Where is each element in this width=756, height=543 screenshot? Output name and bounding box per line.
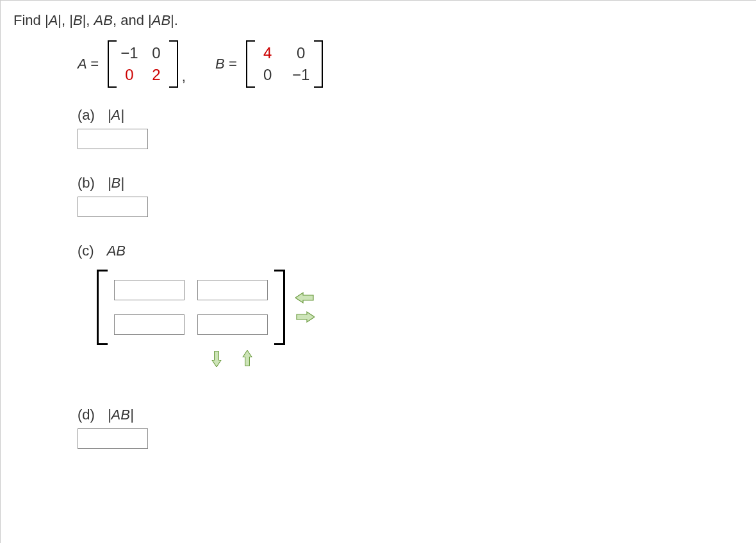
var-AB: AB <box>94 12 113 28</box>
cell-b11: 4 <box>259 44 277 62</box>
bracket-icon <box>108 40 117 88</box>
matrix-A-cells: −1 0 0 2 <box>117 40 169 88</box>
cell-a21: 0 <box>120 66 138 84</box>
cell-a11: −1 <box>120 44 138 62</box>
matrix-cell-input-21[interactable] <box>114 314 185 335</box>
cell-a22: 2 <box>147 66 165 84</box>
question-container: Find |A|, |B|, AB, and |AB|. A = −1 0 0 … <box>0 0 756 543</box>
remove-column-button[interactable] <box>294 288 316 307</box>
matrix-A-label: A = <box>78 56 99 72</box>
matrix-cell-input-12[interactable] <box>197 280 268 300</box>
matrix-B-cells: 4 0 0 −1 <box>255 40 314 88</box>
part-a-label: (a) <box>78 107 95 124</box>
prompt-text: Find |A|, |B|, AB, and |AB|. <box>13 12 743 29</box>
bracket-icon <box>169 40 178 88</box>
matrix-cell-input-22[interactable] <box>197 314 268 335</box>
add-row-button[interactable] <box>206 349 227 368</box>
cell-b22: −1 <box>292 66 310 84</box>
svg-marker-0 <box>295 293 313 303</box>
matrix-B: 4 0 0 −1 <box>246 40 323 88</box>
cell-a12: 0 <box>147 44 165 62</box>
svg-marker-2 <box>212 352 221 367</box>
remove-row-button[interactable] <box>236 349 258 368</box>
arrow-up-icon <box>238 350 257 367</box>
svg-marker-1 <box>297 312 315 322</box>
answer-input-d[interactable] <box>78 428 148 449</box>
arrow-right-icon <box>295 309 315 325</box>
part-c-label: (c) <box>78 243 94 259</box>
var-A: A <box>49 12 58 28</box>
part-c: (c) AB <box>78 243 743 368</box>
matrix-answer <box>97 270 285 345</box>
arrow-left-icon <box>295 289 315 306</box>
svg-marker-3 <box>243 350 252 366</box>
part-d: (d) |AB| <box>78 407 743 449</box>
text: Find | <box>13 12 49 28</box>
part-b-label: (b) <box>78 175 95 191</box>
matrix-B-label: B = <box>215 56 237 72</box>
comma: , <box>182 69 186 88</box>
cell-b21: 0 <box>259 66 277 84</box>
var-AB: AB <box>152 12 170 28</box>
text: |. <box>170 12 178 28</box>
part-d-label: (d) <box>78 407 95 423</box>
var-B: B <box>73 12 83 28</box>
row-controls <box>206 349 743 368</box>
part-a-text: ||A|A| <box>108 107 124 124</box>
answer-input-b[interactable] <box>78 197 148 217</box>
matrix-cell-input-11[interactable] <box>114 280 185 300</box>
matrices-definition: A = −1 0 0 2 , B = 4 0 0 −1 <box>78 40 743 88</box>
answer-input-a[interactable] <box>78 129 148 149</box>
bracket-icon <box>97 270 108 345</box>
bracket-icon <box>314 40 323 88</box>
cell-b12: 0 <box>292 44 310 62</box>
text: |, <box>83 12 94 28</box>
bracket-icon <box>246 40 255 88</box>
add-column-button[interactable] <box>294 307 316 327</box>
text: |, | <box>58 12 73 28</box>
matrix-A: −1 0 0 2 <box>108 40 178 88</box>
bracket-icon <box>274 270 285 345</box>
part-b: (b) |B| <box>78 175 743 217</box>
part-d-text: |AB| <box>108 407 134 423</box>
text: , and | <box>113 12 152 28</box>
arrow-down-icon <box>207 350 226 367</box>
part-b-text: |B| <box>108 175 124 191</box>
part-a: (a) ||A|A| <box>78 107 743 149</box>
column-controls <box>285 288 316 327</box>
part-c-text: AB <box>107 243 126 259</box>
